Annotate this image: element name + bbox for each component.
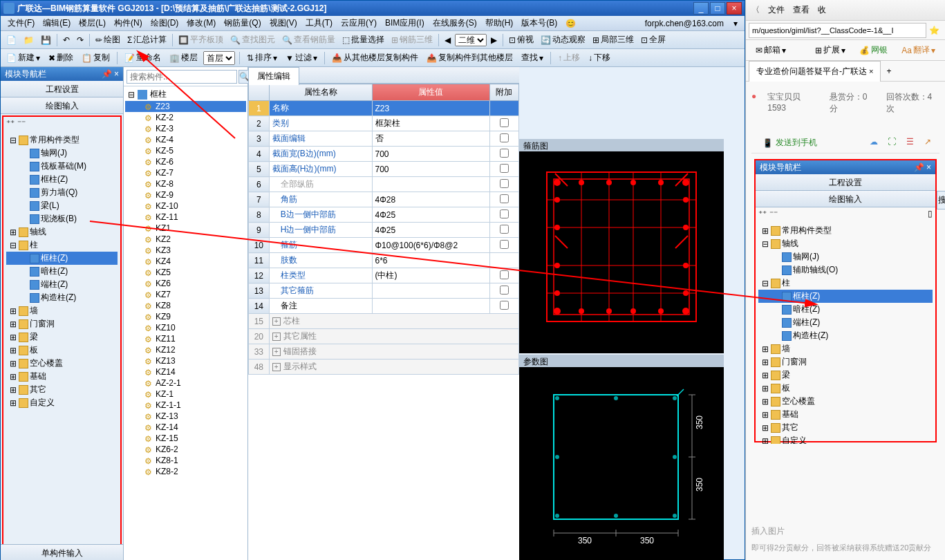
prop-row[interactable]: 20+其它属性 — [249, 329, 519, 344]
parameter-diagram-canvas[interactable]: 350 350 350 350 — [519, 367, 724, 560]
tree-item[interactable]: ⊞墙 — [758, 342, 933, 355]
prop-val[interactable]: Φ10@100(6*6)/Φ8@2 — [372, 238, 489, 253]
expand-icon[interactable]: ⊞ — [9, 333, 17, 342]
comp-item[interactable]: ⚙ KZ2 — [125, 234, 246, 245]
menu-face-icon[interactable]: 😊 — [561, 17, 580, 30]
comp-item[interactable]: ⚙ KZ8-2 — [125, 466, 246, 477]
expand-icon[interactable]: ⊞ — [9, 227, 17, 237]
browser-nav-back-icon[interactable]: 〈 — [751, 4, 760, 16]
menu-floor[interactable]: 楼层(L) — [75, 16, 110, 30]
prop-check[interactable] — [489, 177, 519, 192]
browser-menu-fav[interactable]: 收 — [818, 4, 826, 16]
comp-item[interactable]: ⚙ KZ14 — [125, 366, 246, 377]
new-tab-button[interactable]: + — [881, 64, 897, 79]
tab-project-settings[interactable]: 工程设置 — [1, 81, 123, 97]
user-email[interactable]: forpk.chen@163.com — [641, 17, 729, 30]
nav-next-icon[interactable]: ▶ — [488, 34, 500, 46]
comp-item[interactable]: ⚙ KZ-10 — [125, 200, 246, 212]
tree-item[interactable]: ⊞其它 — [758, 421, 933, 434]
prop-val[interactable]: 700 — [372, 147, 489, 162]
menu-tools[interactable]: 工具(T) — [301, 16, 337, 30]
comp-item[interactable]: ⚙ KZ-4 — [125, 134, 246, 145]
prop-check[interactable] — [489, 131, 519, 147]
floor-button[interactable]: 🏢 楼层 — [167, 50, 200, 65]
tree-item[interactable]: ⊞自定义 — [758, 434, 933, 444]
tab-property-edit[interactable]: 属性编辑 — [248, 67, 299, 85]
prop-row[interactable]: 5截面高(H边)(mm)700 — [249, 162, 519, 177]
prop-check[interactable] — [489, 147, 519, 162]
expand-icon[interactable]: ⊞ — [761, 397, 769, 407]
tree-item[interactable]: ⊞自定义 — [6, 396, 118, 409]
tree-item[interactable]: ⊞空心楼盖 — [758, 395, 933, 408]
prop-row[interactable]: 4截面宽(B边)(mm)700 — [249, 147, 519, 162]
expand-icon[interactable]: ⊟ — [128, 90, 135, 100]
expand-icon[interactable]: + — [272, 363, 281, 371]
find-element-button[interactable]: 🔍 查找图元 — [227, 32, 278, 47]
batch-select-button[interactable]: ⬚ 批量选择 — [339, 32, 387, 47]
tree-item[interactable]: 轴网(J) — [6, 147, 118, 160]
menu-file[interactable]: 文件(F) — [3, 16, 39, 30]
comp-item[interactable]: ⚙ KZ8-1 — [125, 455, 246, 466]
expand-icon[interactable]: ⊞ — [9, 306, 17, 316]
expand-icon[interactable]: ⊞ — [761, 371, 769, 380]
prop-val[interactable]: 700 — [372, 162, 489, 177]
tree-item[interactable]: 框柱(Z) — [6, 173, 118, 186]
browser-tab-active[interactable]: 专业造价问题答疑平台-广联达 × — [749, 61, 881, 82]
sort-button[interactable]: ⇅ 排序 ▾ — [244, 50, 280, 65]
right-collapse-icon[interactable]: ⁻⁻ — [769, 209, 778, 221]
comp-item[interactable]: ⚙ KZ-14 — [125, 422, 246, 433]
bookmark-bank[interactable]: 💰 网银 — [855, 43, 892, 57]
tree-item[interactable]: 暗柱(Z) — [6, 265, 118, 278]
align-slab-button[interactable]: 🔲 平齐板顶 — [176, 32, 226, 47]
tree-item[interactable]: 轴网(J) — [758, 250, 933, 263]
open-icon[interactable]: 📁 — [21, 34, 37, 46]
right-collapsed-search[interactable]: 搜 — [937, 191, 945, 209]
menu-help[interactable]: 帮助(H) — [481, 16, 518, 30]
undo-icon[interactable]: ↶ — [60, 34, 73, 46]
comp-item[interactable]: ⚙ KZ11 — [125, 333, 246, 344]
collapse-all-icon[interactable]: ⁻⁻ — [17, 118, 26, 131]
comp-item[interactable]: ⚙ KZ-6 — [125, 156, 246, 167]
share-icon[interactable]: ↗ — [921, 137, 934, 149]
right-pin-icon[interactable]: 📌 × — [914, 162, 931, 172]
tree-item[interactable]: 构造柱(Z) — [6, 291, 118, 304]
expand-icon[interactable]: + — [272, 333, 281, 341]
orbit-button[interactable]: 🔄 动态观察 — [538, 32, 588, 47]
prop-row[interactable]: 7角筋4Φ28 — [249, 192, 519, 207]
send-to-phone-button[interactable]: 📱 发送到手机 — [757, 134, 823, 151]
prop-row[interactable]: 14备注 — [249, 299, 519, 314]
prop-row[interactable]: 13其它箍筋 — [249, 283, 519, 299]
right-extra-icon[interactable]: ▯ — [928, 209, 933, 221]
expand-icon[interactable]: ⛶ — [886, 137, 898, 149]
prop-row[interactable]: 12柱类型(中柱) — [249, 268, 519, 283]
save-icon[interactable]: 💾 — [38, 34, 54, 46]
comp-item[interactable]: ⚙ KZ-7 — [125, 167, 246, 178]
prop-row[interactable]: 8B边一侧中部筋4Φ25 — [249, 207, 519, 223]
prop-check[interactable] — [489, 238, 519, 253]
view-rebar-button[interactable]: 🔍 查看钢筋量 — [279, 32, 338, 47]
expand-icon[interactable]: ⊞ — [761, 423, 769, 433]
expand-icon[interactable]: ⊟ — [761, 239, 769, 249]
expand-icon[interactable]: ⊟ — [9, 241, 17, 250]
tree-item[interactable]: ⊞梁 — [6, 330, 118, 344]
copy-from-floor-button[interactable]: 📥 从其他楼层复制构件 — [329, 50, 421, 65]
bookmark-extensions[interactable]: ⊞ 扩展 ▾ — [811, 43, 850, 57]
tree-item[interactable]: 暗柱(Z) — [758, 303, 933, 316]
tree-item[interactable]: ⊞常用构件类型 — [758, 224, 933, 237]
tree-item[interactable]: ⊟柱 — [6, 239, 118, 252]
floor-select[interactable]: 首层 — [203, 51, 235, 65]
comp-item[interactable]: ⚙ KZ8 — [125, 300, 246, 311]
view-mode-select[interactable]: 二维 — [455, 34, 487, 46]
tree-item[interactable]: ⊞墙 — [6, 304, 118, 317]
expand-icon[interactable]: ⊞ — [9, 398, 17, 408]
tree-item[interactable]: 辅助轴线(O) — [758, 263, 933, 277]
fullscreen-button[interactable]: ⊡ 全屏 — [638, 32, 668, 47]
prop-check[interactable] — [489, 299, 519, 314]
comp-item[interactable]: ⚙ KZ-15 — [125, 433, 246, 444]
right-expand-icon[interactable]: ⁺⁺ — [758, 209, 767, 221]
copy-button[interactable]: 📋 复制 — [79, 50, 113, 65]
expand-icon[interactable]: ⊞ — [761, 384, 769, 393]
new-file-icon[interactable]: 📄 — [3, 34, 19, 46]
tree-item[interactable]: ⊞门窗洞 — [6, 317, 118, 330]
stirrup-diagram-canvas[interactable] — [519, 151, 724, 353]
